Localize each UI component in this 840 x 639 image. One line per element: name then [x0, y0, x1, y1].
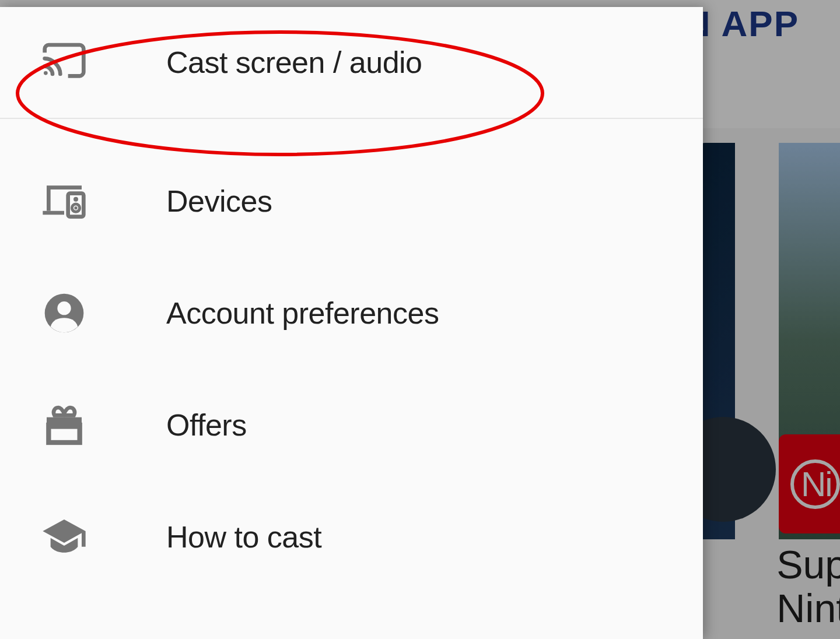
- drawer-item-devices[interactable]: Devices: [0, 145, 703, 257]
- offers-icon: [38, 399, 90, 451]
- drawer-items-list: Devices Account preferences: [0, 119, 703, 593]
- cast-icon: [38, 36, 90, 89]
- school-icon: [38, 511, 90, 563]
- drawer-item-account-preferences[interactable]: Account preferences: [0, 257, 703, 369]
- drawer-item-label: Offers: [166, 408, 247, 443]
- drawer-item-label: Account preferences: [166, 296, 439, 331]
- account-icon: [38, 287, 90, 339]
- drawer-item-cast-screen-audio[interactable]: Cast screen / audio: [0, 7, 703, 119]
- navigation-drawer: Cast screen / audio Devices: [0, 7, 703, 639]
- svg-point-6: [57, 301, 71, 315]
- devices-icon: [38, 175, 90, 227]
- svg-rect-9: [48, 425, 79, 429]
- svg-point-0: [44, 71, 48, 75]
- drawer-item-how-to-cast[interactable]: How to cast: [0, 481, 703, 593]
- drawer-item-label: Cast screen / audio: [166, 45, 422, 80]
- drawer-item-label: Devices: [166, 184, 272, 219]
- drawer-item-label: How to cast: [166, 519, 321, 554]
- svg-point-2: [74, 197, 78, 202]
- drawer-item-offers[interactable]: Offers: [0, 369, 703, 481]
- svg-point-4: [74, 206, 77, 209]
